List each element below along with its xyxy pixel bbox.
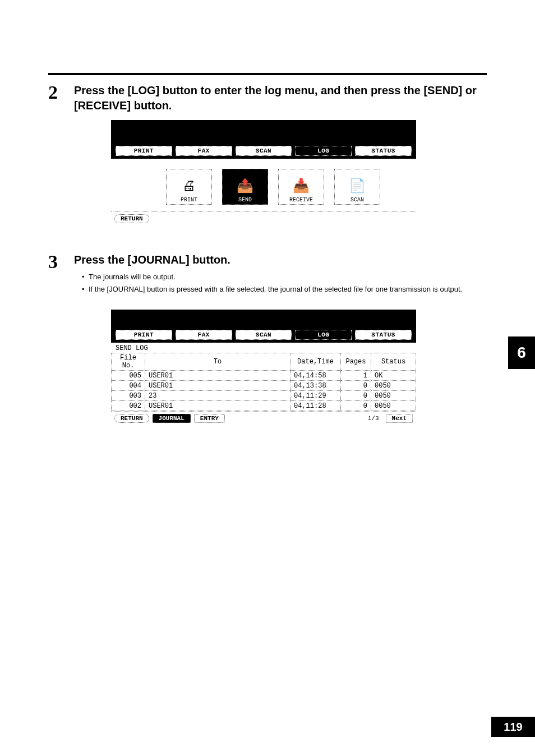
col-pages: Pages [341,353,371,371]
tab-fax[interactable]: FAX [176,146,232,156]
tab-scan[interactable]: SCAN [236,146,292,156]
table-row[interactable]: 005 USER01 04,14:58 1 OK [112,371,416,381]
log-subheading: SEND LOG [111,342,416,353]
tab-status[interactable]: STATUS [355,146,412,156]
bullet-item: The journals will be output. [82,272,487,283]
page-indicator: 1/3 [368,415,379,422]
return-button[interactable]: RETURN [114,214,149,223]
icon-label: SEND [238,197,252,203]
next-button[interactable]: Next [386,414,413,423]
tab-log[interactable]: LOG [295,330,352,340]
table-header-row: File No. To Date,Time Pages Status [112,353,416,371]
receive-icon: 📥 [284,174,318,197]
table-row[interactable]: 003 23 04,11:29 0 0050 [112,391,416,401]
tab-scan[interactable]: SCAN [236,330,292,340]
icon-label: SCAN [350,197,364,203]
send-icon: 📤 [228,174,262,197]
entry-button[interactable]: ENTRY [194,414,225,423]
bullet-item: If the [JOURNAL] button is pressed with … [82,284,487,295]
step-heading: Press the [LOG] button to enter the log … [74,83,487,113]
icon-label: RECEIVE [289,197,313,203]
log-receive-button[interactable]: 📥 RECEIVE [278,169,324,205]
tab-print[interactable]: PRINT [116,330,172,340]
section-rule [48,73,487,75]
send-log-table: File No. To Date,Time Pages Status 005 U… [111,353,416,411]
tab-log[interactable]: LOG [295,146,352,156]
table-row[interactable]: 004 USER01 04,13:38 0 0050 [112,381,416,391]
journal-button[interactable]: JOURNAL [153,414,191,423]
page-number: 119 [491,717,535,737]
col-status: Status [371,353,416,371]
log-scan-button[interactable]: 📄 SCAN [334,169,380,205]
step-heading: Press the [JOURNAL] button. [74,252,487,268]
screenshot-log-menu: PRINT FAX SCAN LOG STATUS 🖨 PRINT 📤 SEND… [111,120,416,225]
scan-icon: 📄 [340,174,374,197]
step-number: 2 [48,83,67,102]
tab-status[interactable]: STATUS [355,330,412,340]
col-to: To [145,353,290,371]
icon-label: PRINT [181,197,197,203]
tab-fax[interactable]: FAX [176,330,232,340]
screenshot-send-log: PRINT FAX SCAN LOG STATUS SEND LOG File … [111,310,416,425]
step-number: 3 [48,252,67,271]
chapter-tab: 6 [508,336,535,369]
log-print-button[interactable]: 🖨 PRINT [166,169,212,205]
col-datetime: Date,Time [290,353,341,371]
print-icon: 🖨 [172,174,206,197]
log-send-button[interactable]: 📤 SEND [222,169,268,205]
table-row[interactable]: 002 USER01 04,11:28 0 0050 [112,401,416,411]
col-file-no: File No. [112,353,145,371]
return-button[interactable]: RETURN [114,414,149,423]
tab-print[interactable]: PRINT [116,146,172,156]
